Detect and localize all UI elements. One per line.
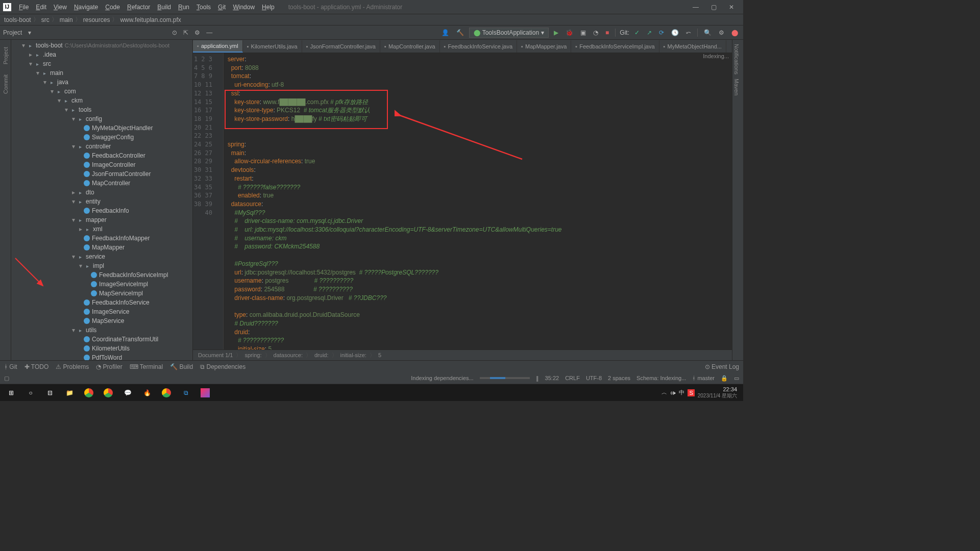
tray-ime-icon[interactable]: 中 [679, 389, 684, 396]
project-tool-tab[interactable]: Project [3, 47, 9, 64]
editor-tab[interactable]: ▪MapMapper.java [517, 40, 571, 53]
record-icon[interactable]: ⬤ [729, 28, 740, 37]
tree-row[interactable]: ImageController [11, 160, 192, 169]
minimize-button[interactable]: ― [687, 4, 705, 11]
breadcrumb-item[interactable]: main [60, 16, 73, 23]
lock-icon[interactable]: 🔒 [721, 375, 728, 382]
tree-row[interactable]: JsonFormatController [11, 169, 192, 179]
select-opened-file-icon[interactable]: ⊙ [170, 28, 179, 37]
menu-code[interactable]: Code [102, 4, 124, 11]
tree-row[interactable]: ▾▸com [11, 87, 192, 96]
pause-indexing-icon[interactable]: ‖ [536, 375, 539, 382]
bottom-tab-build[interactable]: 🔨 Build [170, 363, 193, 370]
hide-icon[interactable]: ― [204, 28, 214, 37]
schema-status[interactable]: Schema: Indexing... [636, 375, 686, 381]
tray-sogou-icon[interactable]: S [688, 389, 694, 396]
menu-tools[interactable]: Tools [193, 4, 214, 11]
chrome-icon[interactable] [80, 385, 98, 400]
tree-row[interactable]: MapService [11, 316, 192, 325]
explorer-icon[interactable]: 📁 [60, 385, 79, 400]
tree-row[interactable]: ▾▸mapper [11, 215, 192, 224]
tree-row[interactable]: ▾▸service [11, 252, 192, 261]
git-history-icon[interactable]: 🕓 [669, 28, 681, 37]
breadcrumb-item[interactable]: www.feituplan.com.pfx [120, 16, 181, 23]
breadcrumb-item[interactable]: tools-boot [4, 16, 31, 23]
tree-row[interactable]: ▸▸dto [11, 188, 192, 197]
project-view-label[interactable]: Project [3, 29, 22, 36]
run-button[interactable]: ▶ [552, 28, 560, 37]
tree-row[interactable]: MapMapper [11, 243, 192, 252]
taskbar-time[interactable]: 22:34 [723, 386, 737, 392]
tree-row[interactable]: ▾▸ckm [11, 96, 192, 105]
menu-build[interactable]: Build [154, 4, 175, 11]
tray-chevron-icon[interactable]: ︿ [662, 389, 667, 396]
tree-row[interactable]: ImageService [11, 307, 192, 316]
editor-tab[interactable]: ▪application.yml [193, 40, 243, 53]
tree-row[interactable]: MyMetaObjectHandler [11, 123, 192, 133]
editor-tab[interactable]: ▪KilometerUtils.java [243, 40, 302, 53]
menu-help[interactable]: Help [258, 4, 278, 11]
tree-row[interactable]: ▾▸main [11, 68, 192, 78]
git-commit-icon[interactable]: ✓ [632, 28, 642, 37]
tree-row[interactable]: FeedbackInfo [11, 206, 192, 215]
editor-tab[interactable]: ▪MapController.java [380, 40, 440, 53]
editor-tab[interactable]: ▪MyMetaObjectHand... [659, 40, 726, 53]
menu-run[interactable]: Run [175, 4, 193, 11]
tree-row[interactable]: CoordinateTransformUtil [11, 335, 192, 344]
editor-tab[interactable]: ▪FeedbackInfoService.java [440, 40, 517, 53]
tree-row[interactable]: ▸▸xml [11, 224, 192, 234]
chrome-icon-3[interactable] [157, 385, 176, 400]
expand-all-icon[interactable]: ⇱ [181, 28, 190, 37]
menu-file[interactable]: File [15, 4, 32, 11]
git-update-icon[interactable]: ⟳ [657, 28, 666, 37]
intellij-icon[interactable] [196, 385, 214, 400]
tree-row[interactable]: FeedbackInfoService [11, 298, 192, 307]
editor-crumb[interactable]: Document 1/1 [198, 352, 233, 358]
menu-edit[interactable]: Edit [32, 4, 50, 11]
editor-tab[interactable]: ▪FeedbackInfoServiceImpl.java [571, 40, 659, 53]
tree-row[interactable]: MapController [11, 179, 192, 188]
git-push-icon[interactable]: ↗ [645, 28, 654, 37]
code-editor[interactable]: server: port: 8088 tomcat: uri-encoding:… [224, 53, 732, 349]
bottom-tab-problems[interactable]: ⚠ Problems [56, 363, 89, 370]
search-button[interactable]: ○ [21, 385, 40, 400]
tree-row[interactable]: PdfToWord [11, 353, 192, 360]
line-separator[interactable]: CRLF [565, 375, 580, 381]
debug-button[interactable]: 🐞 [564, 28, 575, 37]
tree-row[interactable]: ▾▸entity [11, 197, 192, 206]
project-tree[interactable]: ▾▸tools-bootC:\Users\Administrator\Deskt… [11, 40, 192, 360]
maximize-button[interactable]: ▢ [705, 4, 723, 11]
indent-info[interactable]: 2 spaces [608, 375, 630, 381]
editor-crumb[interactable]: spring: [244, 352, 261, 358]
memory-icon[interactable]: ▭ [734, 375, 739, 382]
ide-settings-icon[interactable]: ⚙ [717, 28, 726, 37]
bottom-tab-profiler[interactable]: ◔ Profiler [96, 363, 122, 370]
git-branch[interactable]: ᚼ master [692, 375, 715, 381]
menu-navigate[interactable]: Navigate [70, 4, 102, 11]
tree-row[interactable]: ▾▸src [11, 59, 192, 68]
task-view-button[interactable]: ⊟ [41, 385, 59, 400]
chrome-icon-2[interactable] [99, 385, 117, 400]
editor-crumb[interactable]: datasource: [274, 352, 303, 358]
tree-row[interactable]: MapServiceImpl [11, 289, 192, 298]
run-config-select[interactable]: ⬤ ToolsBootApplication ▾ [469, 28, 549, 38]
menu-git[interactable]: Git [214, 4, 229, 11]
bottom-tab-dependencies[interactable]: ⧉ Dependencies [200, 363, 246, 370]
bottom-tab-git[interactable]: ᚼ Git [4, 363, 17, 370]
tree-row[interactable]: FeedbackInfoServiceImpl [11, 270, 192, 280]
breadcrumb-item[interactable]: resources [83, 16, 110, 23]
tray-network-icon[interactable]: 🕪 [670, 390, 676, 396]
maven-tab[interactable]: Maven [733, 79, 740, 95]
bottom-tab-todo[interactable]: ✚ TODO [24, 363, 49, 370]
tree-row[interactable]: ▸▸.idea [11, 50, 192, 59]
menu-window[interactable]: Window [229, 4, 258, 11]
tree-row[interactable]: ImageServiceImpl [11, 280, 192, 289]
tree-row[interactable]: ▾▸controller [11, 142, 192, 151]
breadcrumb-item[interactable]: src [41, 16, 50, 23]
build-hammer-icon[interactable]: 🔨 [454, 28, 466, 37]
tree-row[interactable]: KilometerUtils [11, 344, 192, 353]
tree-row[interactable]: ▾▸tools-bootC:\Users\Administrator\Deskt… [11, 41, 192, 50]
menu-refactor[interactable]: Refactor [124, 4, 154, 11]
app-icon-1[interactable]: 🔥 [138, 385, 156, 400]
rollback-icon[interactable]: ⤺ [684, 28, 693, 37]
